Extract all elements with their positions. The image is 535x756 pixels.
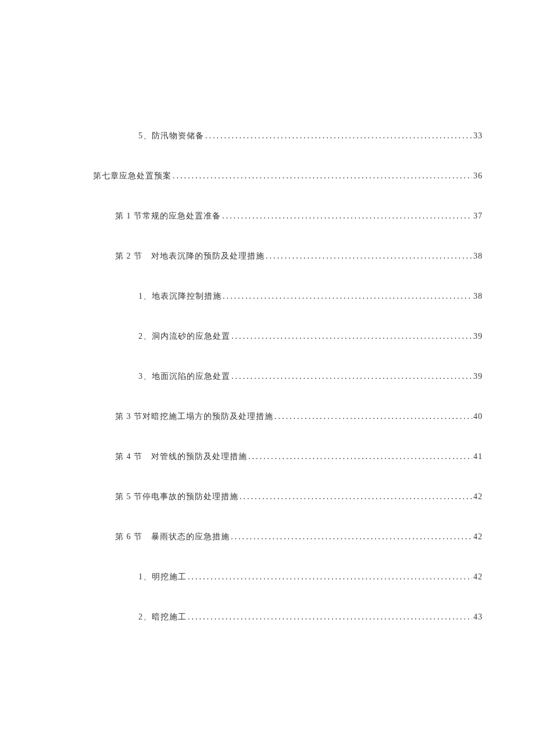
toc-entry-page: 37 (473, 212, 483, 221)
toc-entry-label: 第 4 节 对管线的预防及处理措施 (115, 452, 247, 462)
toc-entry: 1、明挖施工42 (138, 572, 483, 582)
toc-entry: 第 2 节 对地表沉降的预防及处理措施38 (115, 251, 483, 261)
toc-entry-label: 第 6 节 暴雨状态的应急措施 (115, 532, 230, 542)
toc-leader-dots (266, 252, 472, 261)
toc-entry-label: 第七章应急处置预案 (93, 171, 172, 181)
toc-entry-page: 40 (473, 412, 483, 421)
toc-entry-label: 第 3 节对暗挖施工塌方的预防及处理措施 (115, 411, 273, 422)
toc-leader-dots (188, 572, 472, 582)
toc-entry-page: 39 (473, 372, 483, 381)
toc-leader-dots (231, 332, 472, 341)
toc-entry-page: 42 (473, 492, 483, 501)
toc-entry-page: 36 (473, 171, 483, 181)
toc-entry: 第七章应急处置预案36 (93, 171, 483, 181)
toc-entry-label: 1、地表沉降控制措施 (138, 291, 222, 302)
toc-entry-page: 42 (473, 532, 483, 542)
toc-entry-label: 2、洞内流砂的应急处置 (138, 331, 230, 342)
toc-entry-label: 第 1 节常规的应急处置准备 (115, 211, 221, 221)
toc-entry-page: 41 (473, 452, 483, 461)
toc-entry: 1、地表沉降控制措施38 (138, 291, 483, 302)
toc-leader-dots (188, 612, 472, 622)
toc-entry-page: 38 (473, 292, 483, 301)
toc-entry-label: 第 5 节停电事故的预防处理措施 (115, 492, 238, 502)
toc-entry: 3、地面沉陷的应急处置39 (138, 371, 483, 382)
toc-entry: 第 1 节常规的应急处置准备37 (115, 211, 483, 221)
toc-leader-dots (231, 372, 472, 381)
toc-entry-page: 38 (473, 252, 483, 261)
toc-entry-page: 39 (473, 332, 483, 341)
toc-leader-dots (240, 492, 472, 501)
toc-leader-dots (205, 131, 472, 141)
toc-leader-dots (274, 412, 472, 421)
toc-entry-label: 2、暗挖施工 (138, 612, 187, 622)
toc-entry: 第 3 节对暗挖施工塌方的预防及处理措施40 (115, 411, 483, 422)
toc-entry-page: 43 (473, 612, 483, 622)
toc-entry: 5、防汛物资储备33 (138, 131, 483, 141)
toc-leader-dots (223, 292, 472, 301)
table-of-contents: 5、防汛物资储备33第七章应急处置预案36第 1 节常规的应急处置准备37第 2… (93, 131, 483, 622)
toc-entry-label: 3、地面沉陷的应急处置 (138, 371, 230, 382)
toc-entry-page: 42 (473, 572, 483, 582)
toc-leader-dots (248, 452, 472, 461)
toc-leader-dots (222, 212, 472, 221)
toc-entry-label: 1、明挖施工 (138, 572, 187, 582)
toc-entry: 第 6 节 暴雨状态的应急措施42 (115, 532, 483, 542)
toc-leader-dots (173, 171, 472, 181)
toc-entry-label: 5、防汛物资储备 (138, 131, 204, 141)
toc-entry: 第 4 节 对管线的预防及处理措施41 (115, 452, 483, 462)
toc-leader-dots (231, 532, 472, 542)
toc-entry: 2、洞内流砂的应急处置39 (138, 331, 483, 342)
toc-entry: 第 5 节停电事故的预防处理措施42 (115, 492, 483, 502)
toc-entry-page: 33 (473, 131, 483, 141)
toc-entry: 2、暗挖施工43 (138, 612, 483, 622)
toc-entry-label: 第 2 节 对地表沉降的预防及处理措施 (115, 251, 265, 261)
